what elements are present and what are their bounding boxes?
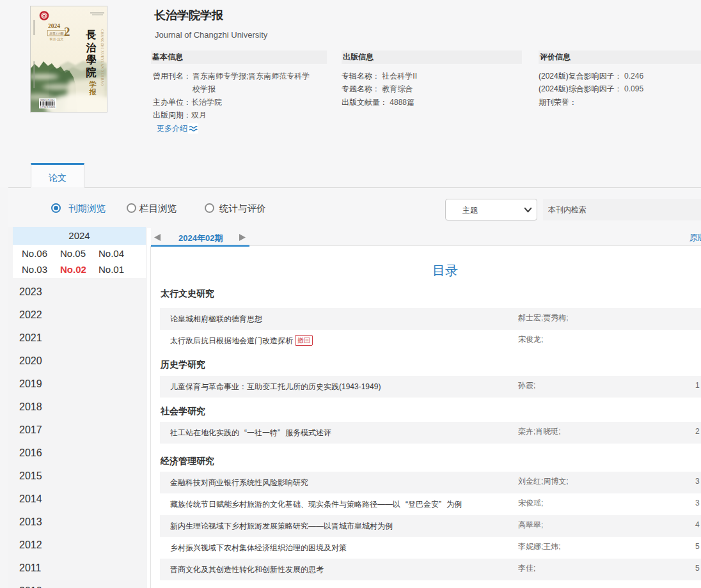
svg-text:9 771673 201451: 9 771673 201451 [40,106,56,109]
svg-text:总第159期: 总第159期 [49,31,64,35]
svg-text:CHANGZHI XUEYUAN XUEBAO: CHANGZHI XUEYUAN XUEBAO [100,29,104,86]
svg-text:2024: 2024 [48,23,60,29]
svg-text:ISSN 1673-2014: ISSN 1673-2014 [40,99,55,102]
svg-text:双月·汉文: 双月·汉文 [50,37,64,42]
svg-text:長: 長 [86,29,97,40]
svg-text:學: 學 [86,54,97,65]
svg-text:院: 院 [86,66,97,78]
svg-text:治: 治 [86,42,97,53]
svg-text:2: 2 [64,25,70,38]
svg-text:报: 报 [89,88,97,96]
svg-text:学: 学 [89,81,97,88]
